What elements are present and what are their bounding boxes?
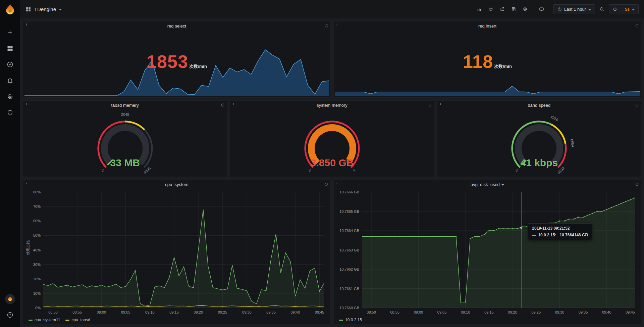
refresh-button[interactable] <box>609 4 621 14</box>
panel-cpu-system: i cpu_system 使用占比 cpu_system11 cpu_taosd… <box>23 180 331 324</box>
cpu-plot[interactable] <box>43 192 324 308</box>
dashboard-grid-icon <box>25 6 31 12</box>
y-axis-tick-label: 10% <box>26 291 41 295</box>
create-plus-icon[interactable] <box>4 26 16 38</box>
y-axis-tick-label: 60% <box>26 219 41 223</box>
panel-info-icon[interactable]: i <box>24 101 29 106</box>
panel-avg-disk-used: i avg_disk_used 2019-11-13 09:21:52 10.0… <box>333 180 641 324</box>
panel-menu-caret-icon <box>501 184 504 186</box>
dashboard-settings-gear-icon[interactable] <box>521 5 530 14</box>
tooltip-time: 2019-11-13 09:21:52 <box>532 226 588 231</box>
disk-legend: 10.0.2.15 <box>339 318 362 322</box>
panel-title[interactable]: cpu_system <box>33 182 320 187</box>
refresh-interval-dropdown[interactable]: 5s <box>621 4 639 14</box>
cycle-view-monitor-icon[interactable] <box>537 5 546 14</box>
sidebar: ? <box>0 0 20 327</box>
panel-loading-icon <box>635 23 639 29</box>
x-axis-tick-label: 09:30 <box>552 310 567 314</box>
disk-chart: 2019-11-13 09:21:52 10.0.2.15: 10.766414… <box>336 189 638 323</box>
panel-info-icon[interactable]: i <box>24 181 29 185</box>
dashboards-icon[interactable] <box>4 42 16 54</box>
disk-plot[interactable] <box>362 192 635 308</box>
dashboard-title-button[interactable]: TDengine <box>25 6 62 12</box>
panel-title[interactable]: band speed <box>447 103 631 108</box>
explore-compass-icon[interactable] <box>4 58 16 71</box>
svg-text:0: 0 <box>101 168 105 173</box>
svg-text:?: ? <box>9 313 11 317</box>
panel-title[interactable]: avg_disk_used <box>344 182 631 187</box>
gauge-value: 3.850 GB <box>230 157 434 169</box>
y-axis-tick-label: 10.7660 GB <box>336 306 359 310</box>
y-axis-tick-label: 70% <box>26 204 41 208</box>
x-axis-tick-label: 09:25 <box>529 310 543 314</box>
star-button[interactable] <box>486 5 495 14</box>
gauge-value: 33 MB <box>23 157 227 169</box>
configuration-gear-icon[interactable] <box>4 91 16 103</box>
x-axis-tick-label: 09:40 <box>599 310 614 314</box>
legend-label: 10.0.2.15 <box>345 318 362 322</box>
admin-shield-icon[interactable] <box>4 107 16 119</box>
panel-req-insert: i req insert 118 次数/min <box>333 21 641 98</box>
grafana-logo[interactable] <box>3 3 17 17</box>
panel-info-icon[interactable]: i <box>438 101 443 106</box>
alerting-bell-icon[interactable] <box>4 75 16 87</box>
legend-color-dash <box>29 320 33 321</box>
topbar: TDengine Last 1 hour <box>20 0 644 18</box>
svg-text:4: 4 <box>352 168 356 173</box>
panel-info-icon[interactable]: i <box>335 22 339 27</box>
y-axis-tick-label: 10.7664 GB <box>336 229 359 233</box>
x-axis-tick-label: 08:50 <box>364 310 379 314</box>
refresh-caret-icon <box>632 9 635 10</box>
panel-title[interactable]: req insert <box>344 24 631 29</box>
x-axis-tick-label: 08:50 <box>46 310 60 314</box>
req-select-stat: 1853 次数/min <box>23 52 330 71</box>
add-panel-button[interactable] <box>475 5 484 14</box>
x-axis-tick-label: 09:05 <box>118 310 133 314</box>
cpu-legend: cpu_system11 cpu_taosd <box>29 318 90 322</box>
time-range-caret-icon <box>588 9 591 10</box>
x-axis-tick-label: 09:45 <box>623 310 638 314</box>
dashboard-grid: i req select 1853 次数/min i req insert 11… <box>20 18 644 327</box>
topbar-actions: Last 1 hour 5s <box>475 4 639 14</box>
panel-title[interactable]: taosd memery <box>33 103 217 108</box>
legend-item-host[interactable]: 10.0.2.15 <box>339 318 362 322</box>
x-axis-tick-label: 09:20 <box>191 310 206 314</box>
panel-title[interactable]: req select <box>33 24 320 29</box>
x-axis-tick-label: 09:30 <box>239 310 254 314</box>
y-axis-tick-label: 0% <box>26 306 41 310</box>
y-axis-tick-label: 10.7661 GB <box>336 287 359 291</box>
zoom-out-time-button[interactable] <box>597 5 606 14</box>
panel-info-icon[interactable]: i <box>335 181 339 185</box>
req-insert-stat: 118 次数/min <box>334 52 641 71</box>
legend-label: cpu_taosd <box>71 318 90 322</box>
legend-item-cpu-taosd[interactable]: cpu_taosd <box>65 318 90 322</box>
share-button[interactable] <box>498 5 507 14</box>
panel-band-speed: i band speed 0491665548192 41 kbps <box>437 100 641 177</box>
legend-color-dash <box>339 320 343 321</box>
y-axis-tick-label: 10.7666 GB <box>336 190 359 194</box>
time-range-picker[interactable]: Last 1 hour <box>553 4 595 14</box>
stat-value: 118 <box>463 52 493 71</box>
save-button[interactable] <box>509 5 518 14</box>
dashboard-title: TDengine <box>34 6 56 12</box>
x-axis-tick-label: 09:35 <box>264 310 278 314</box>
stat-value: 1853 <box>147 52 188 71</box>
panel-title[interactable]: system memory <box>240 103 424 108</box>
panel-loading-icon <box>635 102 639 108</box>
legend-item-cpu-system11[interactable]: cpu_system11 <box>29 318 60 322</box>
help-icon[interactable]: ? <box>4 309 16 321</box>
user-avatar[interactable] <box>5 294 15 304</box>
refresh-button-group: 5s <box>609 4 639 14</box>
panel-info-icon[interactable]: i <box>24 22 29 27</box>
x-axis-tick-label: 09:00 <box>94 310 109 314</box>
refresh-icon <box>613 7 617 11</box>
x-axis-tick-label: 09:40 <box>288 310 303 314</box>
chart-tooltip: 2019-11-13 09:21:52 10.0.2.15: 10.766414… <box>528 223 592 240</box>
x-axis-tick-label: 08:55 <box>387 310 402 314</box>
x-axis-tick-label: 09:20 <box>505 310 520 314</box>
y-axis-tick-label: 10.7663 GB <box>336 248 359 252</box>
x-axis-tick-label: 09:25 <box>215 310 230 314</box>
panel-loading-icon <box>221 102 225 108</box>
tooltip-series-value: 10.7664146 GB <box>559 233 588 237</box>
panel-info-icon[interactable]: i <box>231 101 235 106</box>
